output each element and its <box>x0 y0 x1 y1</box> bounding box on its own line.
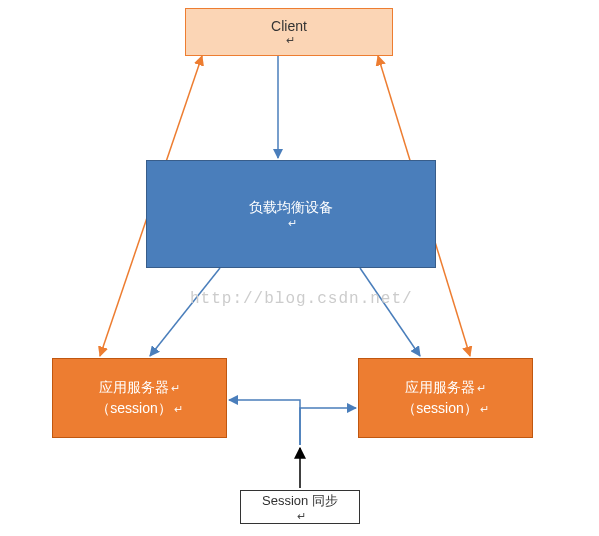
arrow-lb-to-appleft <box>150 268 220 356</box>
app-left-line2: （session） <box>96 400 171 416</box>
client-label: Client <box>271 18 307 34</box>
watermark-text: http://blog.csdn.net/ <box>190 290 413 308</box>
arrow-appleft-to-sync <box>229 400 300 445</box>
load-balancer-node: 负载均衡设备↵ <box>146 160 436 268</box>
client-node: Client↵ <box>185 8 393 56</box>
return-mark: ↵ <box>477 382 486 394</box>
app-left-line1: 应用服务器 <box>99 379 169 395</box>
return-mark: ↵ <box>297 510 306 523</box>
app-server-right-node: 应用服务器↵ （session）↵ <box>358 358 533 438</box>
connector-arrows <box>0 0 599 536</box>
return-mark: ↵ <box>171 382 180 394</box>
app-right-line2: （session） <box>402 400 477 416</box>
app-server-left-node: 应用服务器↵ （session）↵ <box>52 358 227 438</box>
arrow-lb-to-appright <box>360 268 420 356</box>
return-mark: ↵ <box>286 34 295 47</box>
lb-label: 负载均衡设备 <box>249 199 333 217</box>
app-right-line1: 应用服务器 <box>405 379 475 395</box>
session-sync-node: Session 同步↵ <box>240 490 360 524</box>
return-mark: ↵ <box>288 217 297 230</box>
session-sync-label: Session 同步 <box>262 492 338 510</box>
arrow-sync-to-appright <box>300 408 356 445</box>
return-mark: ↵ <box>480 403 489 415</box>
return-mark: ↵ <box>174 403 183 415</box>
